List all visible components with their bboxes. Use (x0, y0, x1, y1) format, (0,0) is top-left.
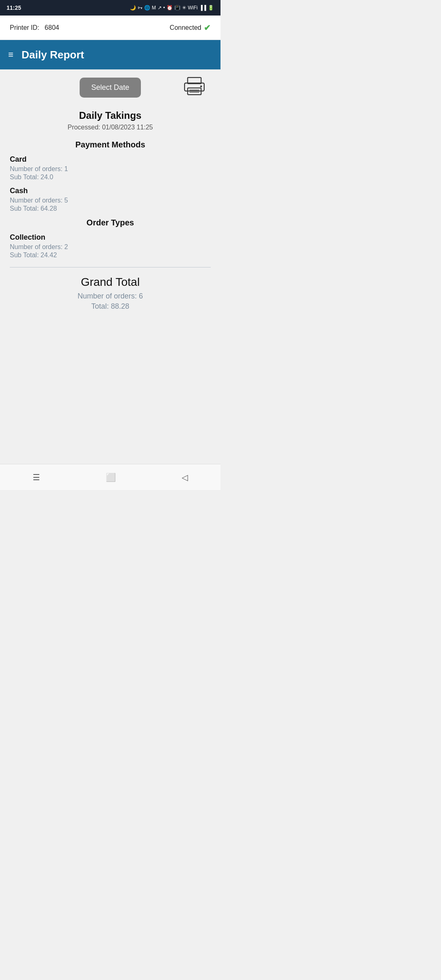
dot-icon: • (163, 5, 165, 11)
printer-id-value: 6804 (45, 24, 59, 31)
printer-id-label: Printer ID: 6804 (10, 24, 59, 31)
cash-payment-block: Cash Number of orders: 5 Sub Total: 64.2… (10, 187, 211, 212)
info-bar: Printer ID: 6804 Connected ✔ (0, 16, 220, 40)
collection-name: Collection (10, 233, 211, 242)
connection-status: Connected ✔ (170, 23, 211, 33)
report-section: Daily Takings Processed: 01/08/2023 11:2… (10, 110, 211, 311)
mail-icon: M (152, 5, 156, 11)
cash-orders: Number of orders: 5 (10, 197, 211, 204)
moon-icon: 🌙 (130, 5, 136, 11)
svg-point-5 (200, 85, 202, 87)
printer-icon (182, 75, 207, 99)
hamburger-menu-icon[interactable]: ≡ (8, 49, 13, 60)
bottom-menu-icon[interactable]: ☰ (29, 468, 44, 486)
connected-label: Connected (170, 24, 201, 31)
order-types-title: Order Types (10, 218, 211, 227)
grand-total-title: Grand Total (10, 276, 211, 289)
alarm-icon: ⏰ (167, 5, 173, 11)
processed-date: Processed: 01/08/2023 11:25 (10, 124, 211, 131)
app-header: ≡ Daily Report (0, 40, 220, 69)
daily-takings-title: Daily Takings (10, 110, 211, 121)
wifi-icon: WiFi (188, 5, 198, 11)
grand-total-orders: Number of orders: 6 (10, 292, 211, 301)
cash-payment-name: Cash (10, 187, 211, 195)
card-subtotal: Sub Total: 24.0 (10, 174, 211, 181)
collection-block: Collection Number of orders: 2 Sub Total… (10, 233, 211, 259)
bottom-back-icon[interactable]: ◁ (178, 468, 192, 486)
printer-id-text: Printer ID: (10, 24, 39, 31)
arrow-icon: ↗ (158, 5, 162, 11)
grand-total-section: Grand Total Number of orders: 6 Total: 8… (10, 276, 211, 311)
bottom-nav: ☰ ⬜ ◁ (0, 464, 220, 490)
status-bar: 11:25 🌙 🗝 🌐 M ↗ • ⏰ 📳 ✳ WiFi ▐▐ 🔋 (0, 0, 220, 16)
bluetooth-icon: ✳ (182, 5, 186, 11)
grand-total-amount: Total: 88.28 (10, 302, 211, 311)
select-date-button[interactable]: Select Date (80, 78, 140, 98)
signal-icon: ▐▐ (199, 5, 206, 11)
key-icon: 🗝 (138, 5, 143, 11)
status-icons: 🌙 🗝 🌐 M ↗ • ⏰ 📳 ✳ WiFi ▐▐ 🔋 (130, 5, 214, 11)
globe-icon: 🌐 (144, 5, 150, 11)
card-payment-block: Card Number of orders: 1 Sub Total: 24.0 (10, 155, 211, 181)
status-time: 11:25 (7, 4, 21, 11)
bottom-home-icon[interactable]: ⬜ (102, 468, 120, 486)
actions-row: Select Date (10, 78, 211, 98)
card-payment-name: Card (10, 155, 211, 164)
cash-subtotal: Sub Total: 64.28 (10, 205, 211, 212)
collection-subtotal: Sub Total: 24.42 (10, 252, 211, 259)
print-button[interactable] (182, 75, 207, 101)
battery-icon: 🔋 (208, 5, 214, 11)
vibrate-icon: 📳 (174, 5, 180, 11)
payment-methods-title: Payment Methods (10, 140, 211, 149)
check-icon: ✔ (204, 23, 211, 33)
collection-orders: Number of orders: 2 (10, 243, 211, 251)
card-orders: Number of orders: 1 (10, 165, 211, 173)
section-divider (10, 267, 211, 267)
page-title: Daily Report (22, 49, 84, 61)
main-content: Select Date Daily Takings Processed: 01/… (0, 69, 220, 321)
